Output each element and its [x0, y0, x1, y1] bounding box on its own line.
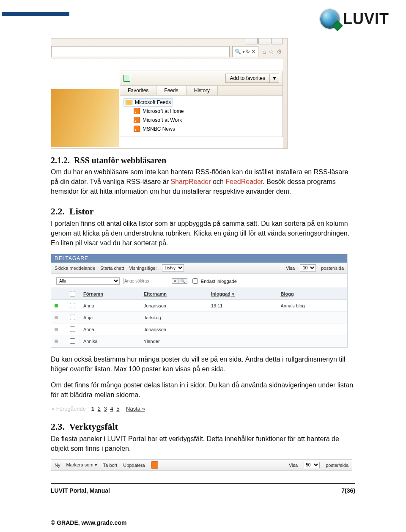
paragraph-verktygsfalt: De flesta paneler i LUVIT Portal har ett… — [51, 434, 355, 453]
search-button[interactable]: 🔍 — [178, 278, 187, 284]
footer-rule — [51, 483, 355, 484]
per-page-select[interactable]: 50 — [304, 462, 320, 468]
row-checkbox[interactable] — [70, 338, 75, 344]
cell-logged-in — [208, 312, 277, 324]
tab-feeds[interactable]: Feeds — [156, 86, 186, 95]
clear-search-button[interactable]: × — [172, 278, 178, 284]
luvit-logo: LUVIT — [319, 8, 389, 30]
add-to-favorites-dropdown[interactable]: ▼ — [270, 74, 279, 83]
home-icon[interactable]: ⌂ — [263, 48, 266, 55]
show-label: Visa — [286, 266, 295, 271]
participants-table: Förnamn Efternamn Inloggad▼ Blogg AnnaJo… — [51, 288, 347, 347]
row-checkbox[interactable] — [70, 315, 75, 320]
cell-lastname: Ylander — [140, 335, 208, 347]
per-page-suffix: poster/sida — [326, 463, 348, 468]
feed-item[interactable]: MSNBC News — [123, 124, 279, 133]
feed-item[interactable]: Microsoft at Home — [123, 107, 279, 115]
folder-icon — [126, 100, 132, 105]
rss-icon — [134, 126, 140, 132]
per-page-select[interactable]: 10 — [300, 264, 316, 271]
feed-item[interactable]: Microsoft at Work — [123, 115, 279, 124]
status-icon — [55, 340, 58, 343]
cell-firstname: Anna — [80, 324, 140, 335]
gear-icon[interactable]: ⚙ — [277, 48, 282, 55]
pager-page-3[interactable]: 3 — [104, 406, 107, 412]
row-checkbox[interactable] — [70, 303, 75, 308]
cell-lastname: Johansson — [140, 324, 208, 335]
favorites-panel: Add to favorites ▼ Favorites Feeds Histo… — [120, 71, 283, 137]
paragraph-listor: I portalen finns ett antal olika listor … — [51, 219, 355, 248]
toolbar-refresh[interactable]: Uppdatera — [123, 463, 145, 468]
cell-firstname: Annika — [80, 335, 140, 347]
pager-page-1[interactable]: 1 — [91, 406, 94, 412]
select-all-checkbox[interactable] — [70, 291, 75, 296]
cell-lastname: Jarlskog — [140, 312, 208, 324]
show-label: Visa — [289, 463, 298, 468]
table-row[interactable]: AnjaJarlskog — [51, 312, 347, 324]
filter-dropdown[interactable]: Alla — [56, 277, 120, 285]
address-bar[interactable] — [51, 46, 230, 57]
heading-2-1-2: 2.1.2. RSS utanför webbläsaren — [51, 156, 355, 165]
link-feedreader[interactable]: FeedReader — [225, 178, 263, 185]
tab-history[interactable]: History — [187, 86, 218, 95]
col-blog[interactable]: Blogg — [277, 288, 347, 300]
per-page-suffix: poster/sida — [321, 266, 344, 271]
cell-logged-in — [208, 324, 277, 335]
refresh-icon[interactable]: ↻ — [246, 49, 250, 55]
paragraph-pagination: Om det finns för många poster delas list… — [51, 380, 355, 400]
globe-icon — [319, 8, 340, 30]
toolbar-mark-as[interactable]: Markera som ▾ — [66, 462, 97, 468]
toolbar-new[interactable]: Ny — [55, 463, 60, 468]
browser-favorites-screenshot: 🔍 ▾ ↻ ✕ ⌂ ☆ ⚙ Add to favorites — [51, 38, 288, 149]
feeds-folder[interactable]: Microsoft Feeds — [123, 98, 173, 107]
rss-icon — [134, 117, 140, 123]
folder-label: Microsoft Feeds — [135, 99, 171, 105]
cell-logged-in: 13:11 — [208, 300, 277, 312]
link-sharpreader[interactable]: SharpReader — [170, 178, 211, 185]
cell-firstname: Anna — [80, 300, 140, 312]
pager-page-5[interactable]: 5 — [116, 406, 119, 412]
table-row[interactable]: AnnaJohansson — [51, 324, 347, 335]
status-icon — [55, 316, 58, 319]
favorites-star-icon[interactable]: ☆ — [269, 48, 274, 55]
cell-blog — [277, 335, 347, 347]
tab-favorites[interactable]: Favorites — [120, 86, 156, 95]
window-controls — [246, 38, 283, 44]
view-mode-select[interactable]: Listvy — [162, 264, 184, 271]
search-input[interactable] — [123, 278, 172, 284]
add-to-favorites-button[interactable]: Add to favorites — [225, 74, 270, 83]
toolbar-screenshot: Ny Markera som ▾ Ta bort Uppdatera Visa … — [51, 459, 352, 471]
cell-logged-in — [208, 335, 277, 347]
rss-icon[interactable] — [151, 461, 158, 469]
table-row[interactable]: AnnikaYlander — [51, 335, 347, 347]
rss-icon — [134, 108, 140, 114]
pager-prev: « Föregående — [52, 406, 86, 412]
panel-toolbar: Skicka meddelande Starta chatt Visningsl… — [51, 263, 347, 274]
search-icon[interactable]: 🔍 — [235, 49, 241, 55]
col-logged-in[interactable]: Inloggad▼ — [208, 288, 277, 300]
paragraph-posts-per-page: Du kan också bestämma hur många poster d… — [51, 354, 355, 374]
footer-copyright: © GRADE, www.grade.com — [51, 519, 406, 526]
pin-icon[interactable] — [123, 75, 130, 82]
send-message-link[interactable]: Skicka meddelande — [55, 266, 95, 271]
cell-lastname: Johansson — [140, 300, 208, 312]
pager-page-4[interactable]: 4 — [110, 406, 113, 412]
table-row[interactable]: AnnaJohansson13:11Anna's blog — [51, 300, 347, 312]
heading-2-3: 2.3. Verktygsfält — [51, 421, 355, 432]
only-logged-in-checkbox[interactable]: Endast inloggade — [191, 277, 237, 285]
heading-2-2: 2.2. Listor — [51, 206, 355, 217]
cell-blog — [277, 312, 347, 324]
stop-icon[interactable]: ✕ — [251, 49, 255, 55]
col-firstname[interactable]: Förnamn — [80, 288, 140, 300]
row-checkbox[interactable] — [70, 326, 75, 332]
cell-blog — [277, 324, 347, 335]
pager-next[interactable]: Nästa » — [126, 406, 145, 412]
pager-page-2[interactable]: 2 — [98, 406, 101, 412]
panel-title: DELTAGARE — [51, 254, 347, 263]
toolbar-delete[interactable]: Ta bort — [103, 463, 118, 468]
cell-firstname: Anja — [80, 312, 140, 324]
col-lastname[interactable]: Efternamn — [140, 288, 208, 300]
start-chat-link[interactable]: Starta chatt — [100, 266, 124, 271]
chevron-down-icon: ▾ — [95, 462, 97, 467]
cell-blog[interactable]: Anna's blog — [277, 300, 347, 312]
